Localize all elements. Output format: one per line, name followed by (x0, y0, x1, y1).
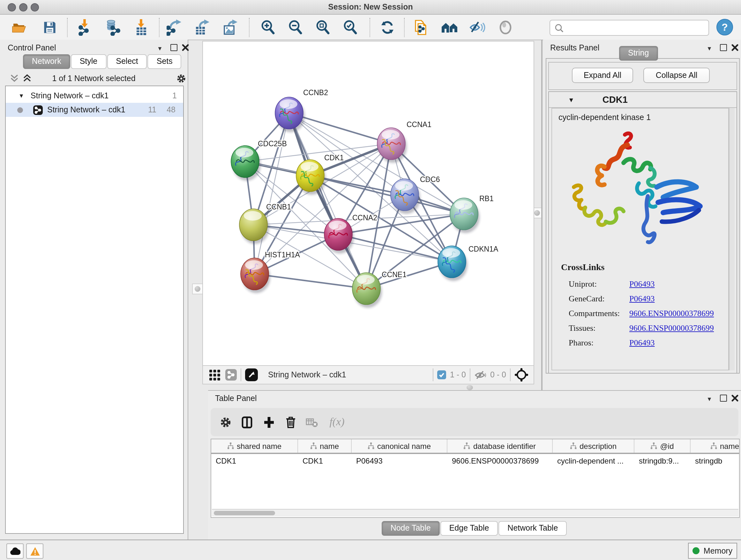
horizontal-splitter-handle[interactable] (467, 385, 473, 390)
warnings-button[interactable] (26, 543, 44, 559)
collection-expand-icon[interactable]: ▼ (18, 92, 24, 99)
network-node-RB1[interactable] (450, 198, 480, 233)
network-node-CDKN1A[interactable] (438, 246, 468, 281)
crosslink-value-link[interactable]: P06493 (629, 337, 655, 348)
table-panel-collapse-icon[interactable]: ▼ (706, 396, 712, 402)
open-session-button[interactable] (10, 18, 29, 37)
export-table-button[interactable] (193, 18, 212, 37)
column-header-description[interactable]: description (553, 439, 634, 453)
search-field[interactable] (549, 20, 709, 36)
apply-layout-button[interactable] (378, 18, 397, 37)
column-header-canonical-name[interactable]: canonical name (352, 439, 448, 453)
expand-all-button[interactable]: Expand All (572, 68, 633, 83)
tab-network-table[interactable]: Network Table (498, 521, 567, 536)
delete-table-button[interactable] (301, 411, 323, 433)
zoom-in-button[interactable] (259, 18, 278, 37)
grid-icon[interactable] (209, 369, 220, 380)
zoom-out-button[interactable] (286, 18, 305, 37)
table-cell[interactable]: CDK1 (211, 454, 298, 468)
selected-checkbox[interactable] (437, 370, 446, 379)
tab-style[interactable]: Style (71, 54, 107, 69)
left-splitter-handle[interactable] (192, 284, 203, 294)
tab-sets[interactable]: Sets (148, 54, 182, 69)
network-collection-row[interactable]: ▼ String Network – cdk1 1 (6, 89, 183, 103)
table-horizontal-scrollbar[interactable] (212, 509, 738, 516)
tab-select[interactable]: Select (107, 54, 147, 69)
gallery-button[interactable] (441, 18, 460, 37)
tab-string[interactable]: String (619, 46, 658, 61)
cloud-button[interactable] (6, 543, 23, 559)
crosslink-value-link[interactable]: 9606.ENSP00000378699 (629, 323, 714, 333)
results-panel-close-icon[interactable] (731, 44, 738, 51)
search-input[interactable] (567, 23, 709, 33)
help-button[interactable]: ? (716, 18, 733, 36)
node-table[interactable]: shared namenamecanonical namedatabase id… (211, 439, 740, 518)
network-options-gear-icon[interactable] (176, 73, 186, 84)
table-cell[interactable]: stringdb (690, 454, 740, 468)
table-panel-close-icon[interactable] (731, 395, 738, 401)
crosslink-value-link[interactable]: P06493 (629, 294, 655, 304)
gene-collapse-icon[interactable]: ▼ (568, 96, 575, 103)
results-panel-float-icon[interactable] (720, 44, 727, 51)
zoom-selected-button[interactable] (341, 18, 360, 37)
network-node-CDC6[interactable] (391, 179, 420, 214)
export-image-button[interactable] (221, 18, 241, 37)
network-row-selected[interactable]: String Network – cdk1 11 48 (6, 103, 183, 117)
delete-column-button[interactable] (280, 411, 301, 433)
fit-selected-crosshair-icon[interactable] (515, 368, 529, 382)
save-session-button[interactable] (40, 18, 59, 37)
network-edge[interactable] (310, 176, 464, 214)
network-node-CCNA1[interactable] (377, 128, 407, 163)
network-node-CCNE1[interactable] (352, 273, 382, 308)
show-hide-details-button[interactable] (468, 18, 487, 37)
network-canvas[interactable]: CCNB2CCNA1CDC25BCDK1CDC6RB1CCNB1CCNA2CDK… (202, 41, 534, 367)
column-header-database-identifier[interactable]: database identifier (448, 439, 553, 453)
network-node-CCNA2[interactable] (324, 219, 354, 253)
network-edge[interactable] (289, 113, 366, 289)
network-edge[interactable] (255, 274, 366, 289)
import-table-from-file-button[interactable] (132, 18, 151, 37)
column-header-@id[interactable]: @id (634, 439, 690, 453)
control-panel-float-icon[interactable] (171, 44, 178, 51)
table-panel-float-icon[interactable] (720, 395, 727, 401)
gene-entry-header[interactable]: ▼ CDK1 (549, 92, 737, 108)
results-panel-collapse-icon[interactable]: ▼ (706, 45, 712, 52)
table-cell[interactable]: cyclin-dependent ... (553, 454, 634, 468)
table-scrollbar-thumb[interactable] (214, 511, 275, 515)
table-cell[interactable]: P06493 (352, 454, 448, 468)
zoom-fit-button[interactable] (313, 18, 333, 37)
tab-edge-table[interactable]: Edge Table (441, 521, 498, 536)
birds-eye-view-button[interactable] (496, 18, 515, 37)
network-graph[interactable]: CCNB2CCNA1CDC25BCDK1CDC6RB1CCNB1CCNA2CDK… (203, 42, 534, 366)
table-cell[interactable]: CDK1 (298, 454, 352, 468)
column-header-namespace[interactable]: namespace (690, 439, 740, 453)
collapse-all-button[interactable]: Collapse All (643, 68, 710, 83)
control-panel-close-icon[interactable] (182, 44, 189, 51)
control-panel-collapse-icon[interactable]: ▼ (157, 45, 163, 52)
crosslink-value-link[interactable]: P06493 (629, 279, 655, 289)
string-view-icon[interactable] (225, 369, 237, 381)
network-node-CDC25B[interactable] (231, 145, 261, 181)
crosslink-value-link[interactable]: 9606.ENSP00000378699 (629, 308, 714, 318)
network-edge[interactable] (255, 113, 289, 274)
column-header-shared-name[interactable]: shared name (211, 439, 298, 453)
table-row[interactable]: CDK1CDK1P064939606.ENSP00000378699cyclin… (211, 454, 739, 468)
show-columns-button[interactable] (236, 411, 258, 433)
export-network-button[interactable] (165, 18, 185, 37)
table-options-button[interactable] (214, 411, 236, 433)
table-cell[interactable]: 9606.ENSP00000378699 (448, 454, 553, 468)
function-builder-button[interactable]: f(x) (323, 411, 351, 433)
copy-style-button[interactable] (411, 18, 430, 37)
open-in-new-window-button[interactable] (245, 368, 258, 381)
tab-network[interactable]: Network (23, 54, 70, 69)
table-cell[interactable]: stringdb:9... (634, 454, 690, 468)
network-node-CDK1[interactable] (296, 160, 326, 195)
tab-node-table[interactable]: Node Table (382, 521, 440, 536)
import-network-from-database-button[interactable] (104, 18, 123, 37)
results-vertical-scrollbar[interactable] (729, 108, 735, 370)
network-node-CCNB2[interactable] (275, 97, 305, 132)
memory-button[interactable]: Memory (688, 543, 737, 559)
column-header-name[interactable]: name (298, 439, 352, 453)
create-column-button[interactable] (258, 411, 280, 433)
import-network-from-file-button[interactable] (75, 18, 94, 37)
